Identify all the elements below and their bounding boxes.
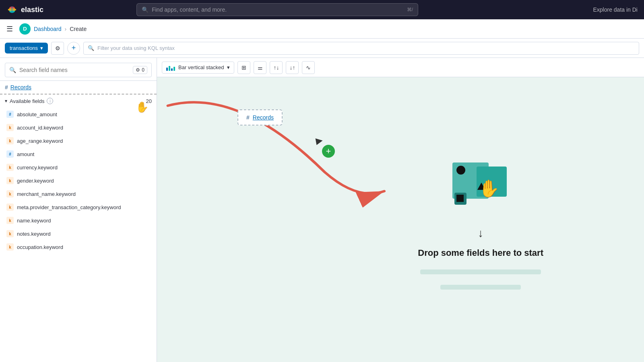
field-item[interactable]: knotes.keyword [2,227,155,240]
elastic-logo: elastic [6,4,43,15]
field-item[interactable]: kname.keyword [2,214,155,227]
search-icon: 🔍 [9,67,16,73]
field-item[interactable]: kage_range.keyword [2,134,155,147]
records-drop-label: Records [253,114,274,121]
field-item[interactable]: kmeta.provider_transaction_category.keyw… [2,201,155,214]
chevron-down-icon[interactable]: ▾ [5,98,7,104]
sliders-icon: ⚌ [258,64,263,71]
search-fields-container[interactable]: 🔍 ⚙ 0 [5,63,152,77]
search-fields-section: 🔍 ⚙ 0 [0,58,157,81]
field-type-badge: k [6,204,14,211]
main-content: 🔍 ⚙ 0 # Records ✋ ▾ Available fields i 2… [0,58,644,362]
index-selector[interactable]: transactions ▾ [5,43,48,53]
sort-asc-icon: ↑↓ [273,64,279,71]
field-name-label: age_range.keyword [17,138,63,144]
field-type-badge: k [6,177,14,184]
kql-filter-bar[interactable]: 🔍 Filter your data using KQL syntax [83,42,639,55]
filter-badge[interactable]: ⚙ 0 [133,66,147,74]
field-item[interactable]: koccupation.keyword [2,241,155,253]
field-name-label: name.keyword [17,218,51,224]
drop-zone[interactable]: # Records ▶ + ✋ ↓ Drop some fiel [157,77,644,362]
field-name-label: absolute_amount [17,111,57,117]
field-name-label: notes.keyword [17,231,51,237]
hash-icon: # [5,84,8,90]
cursor-icon: ▶ [315,135,324,147]
field-type-badge: k [6,230,14,237]
filter-count: 0 [142,67,144,73]
field-type-badge: k [6,190,14,197]
search-shortcut: ⌘/ [407,7,413,12]
field-item[interactable]: kaccount_id.keyword [2,121,155,134]
avatar: D [19,23,31,35]
drag-arrow [157,77,644,362]
chevron-down-icon: ▾ [227,64,230,70]
search-icon: 🔍 [142,6,149,13]
field-name-label: amount [17,151,34,157]
app-name-label: elastic [21,6,43,14]
field-type-badge: k [6,164,14,171]
field-name-label: currency.keyword [17,165,58,171]
sort-desc-icon: ↓↑ [289,64,295,71]
wave-icon: ∿ [306,64,311,71]
breadcrumb-separator: › [65,26,67,32]
available-fields-header: ▾ Available fields i 20 [0,95,157,107]
explore-data-link[interactable]: Explore data in Di [593,6,638,13]
chevron-down-icon: ▾ [40,45,43,51]
info-icon: i [47,98,53,104]
field-name-label: occupation.keyword [17,244,63,250]
hamburger-menu[interactable]: ☰ [6,25,13,33]
global-search-input[interactable] [152,6,404,13]
field-item[interactable]: kcurrency.keyword [2,161,155,174]
drop-arrow-icon: ↓ [478,227,483,240]
add-filter-button[interactable]: + [67,42,80,55]
svg-point-4 [11,6,14,13]
breadcrumb-create: Create [70,26,87,32]
square-shape [456,195,464,202]
field-name-label: account_id.keyword [17,125,63,131]
available-fields-label: Available fields [10,98,44,104]
field-type-badge: # [6,150,14,158]
search-icon: 🔍 [88,45,94,51]
filter-bar: transactions ▾ ⚙ + 🔍 Filter your data us… [0,39,644,58]
layer-options-button[interactable]: ⊞ [237,61,250,74]
breadcrumb-bar: ☰ D Dashboard › Create [0,19,644,39]
search-fields-input[interactable] [19,67,130,73]
layers-icon: ⊞ [242,64,246,71]
field-type-badge: k [6,137,14,144]
chart-type-label: Bar vertical stacked [178,64,224,70]
records-item[interactable]: # Records ✋ [0,81,157,95]
sort-asc-button[interactable]: ↑↓ [270,61,283,74]
filter-options-button[interactable]: ⚙ [51,42,64,55]
records-label: Records [10,84,31,90]
add-dimension-button[interactable]: + [322,145,335,158]
drop-subtext2 [440,285,521,290]
available-fields-left: ▾ Available fields i [5,98,53,104]
drop-subtext [420,269,541,274]
index-name: transactions [10,45,38,51]
left-panel: 🔍 ⚙ 0 # Records ✋ ▾ Available fields i 2… [0,58,157,362]
chart-type-selector[interactable]: Bar vertical stacked ▾ [162,62,234,74]
sort-desc-button[interactable]: ↓↑ [286,61,299,74]
hash-icon: # [246,114,250,121]
filter-icon: ⚙ [55,45,60,51]
breadcrumb-dashboard[interactable]: Dashboard [34,26,62,32]
field-item[interactable]: kgender.keyword [2,174,155,187]
dimension-options-button[interactable]: ⚌ [254,61,266,74]
field-type-badge: k [6,243,14,251]
drop-prompt-text: Drop some fields here to start [418,248,543,258]
field-type-badge: k [6,124,14,131]
field-item[interactable]: kmerchant_name.keyword [2,187,155,200]
more-options-button[interactable]: ∿ [302,61,315,74]
global-search-bar[interactable]: 🔍 ⌘/ [136,3,418,16]
field-type-badge: k [6,217,14,224]
filter-icon: ⚙ [136,67,140,73]
field-list: #absolute_amountkaccount_id.keywordkage_… [0,107,157,362]
records-drop-target[interactable]: # Records [237,109,283,125]
top-nav: elastic 🔍 ⌘/ Explore data in Di [0,0,644,19]
field-type-badge: # [6,111,14,118]
drag-illustration: ✋ ↓ Drop some fields here to start [418,162,543,290]
hand-icon: ✋ [479,179,500,198]
field-item[interactable]: #absolute_amount [2,108,155,121]
drag-cards-graphic: ✋ [452,162,509,219]
field-item[interactable]: #amount [2,148,155,160]
